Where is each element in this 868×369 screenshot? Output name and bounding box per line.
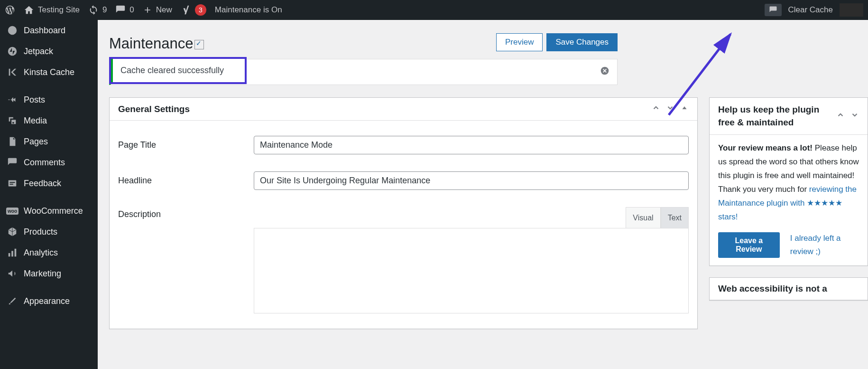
- headline-row: Headline: [118, 163, 689, 199]
- move-down-icon[interactable]: [850, 111, 859, 122]
- sidebar-divider: [0, 194, 98, 200]
- postbox-controls: [652, 104, 689, 114]
- right-column: Help us keep the plugin free & maintaine…: [709, 97, 868, 341]
- admin-sidebar: Dashboard Jetpack Kinsta Cache Posts Med…: [0, 20, 98, 369]
- kinsta-icon: [7, 66, 18, 78]
- clear-cache-link[interactable]: Clear Cache: [788, 5, 833, 15]
- enabled-checkbox[interactable]: [194, 40, 204, 49]
- woo-icon: woo: [7, 205, 18, 217]
- sidebar-marketing[interactable]: Marketing: [0, 263, 98, 284]
- sidebar-label: WooCommerce: [24, 206, 83, 216]
- dismiss-notice-icon[interactable]: [600, 66, 609, 78]
- admin-bar-right: Clear Cache: [765, 3, 864, 17]
- maintenance-link[interactable]: Maintenance is On: [215, 5, 282, 15]
- sidebar-pages[interactable]: Pages: [0, 131, 98, 152]
- sidebar-label: Pages: [24, 137, 48, 147]
- headline-input[interactable]: [254, 171, 689, 190]
- sidebar-label: Media: [24, 116, 47, 126]
- sidebar-label: Marketing: [24, 269, 61, 279]
- page-title-input[interactable]: [254, 136, 689, 154]
- site-link[interactable]: Testing Site: [24, 5, 80, 15]
- postbox-controls: [836, 111, 859, 122]
- visual-tab[interactable]: Visual: [626, 207, 660, 228]
- sidebar-kinsta[interactable]: Kinsta Cache: [0, 62, 98, 83]
- move-up-icon[interactable]: [836, 111, 845, 122]
- review-lead: Your review means a lot!: [718, 143, 813, 152]
- sidebar-label: Posts: [24, 95, 45, 105]
- move-up-icon[interactable]: [652, 104, 660, 114]
- pin-icon: [7, 94, 18, 105]
- page-title-text: Maintenance: [109, 35, 194, 52]
- sidebar-label: Feedback: [24, 179, 61, 189]
- save-button[interactable]: Save Changes: [546, 33, 618, 51]
- comment-icon: [115, 5, 126, 15]
- sidebar-analytics[interactable]: Analytics: [0, 242, 98, 263]
- already-reviewed-link[interactable]: I already left a review ;): [790, 232, 859, 259]
- review-header: Help us keep the plugin free & maintaine…: [710, 98, 868, 135]
- admin-bar: Testing Site 9 0 New 3 Maint: [0, 0, 868, 20]
- yoast-link[interactable]: 3: [181, 4, 206, 16]
- site-name: Testing Site: [38, 5, 80, 15]
- sidebar-divider: [0, 284, 98, 291]
- sidebar-appearance[interactable]: Appearance: [0, 291, 98, 312]
- review-title: Help us keep the plugin free & maintaine…: [718, 104, 836, 129]
- cache-icon-box[interactable]: [765, 4, 782, 16]
- new-link[interactable]: New: [143, 5, 172, 15]
- page-title-row: Page Title: [118, 127, 689, 163]
- jetpack-icon: [7, 46, 18, 57]
- toggle-icon[interactable]: [680, 104, 689, 114]
- comments-icon: [7, 157, 18, 168]
- analytics-icon: [7, 247, 18, 258]
- notice-wrapper: Cache cleared successfully: [109, 57, 857, 84]
- updates-count: 9: [102, 5, 107, 15]
- review-actions: Leave a Review I already left a review ;…: [718, 232, 859, 259]
- marketing-icon: [7, 268, 18, 279]
- accessibility-box: Web accessibility is not a: [709, 277, 868, 301]
- content-columns: General Settings Page Title: [109, 97, 857, 341]
- sidebar-label: Kinsta Cache: [24, 67, 74, 77]
- sidebar-label: Dashboard: [24, 26, 65, 36]
- account-box[interactable]: [840, 3, 863, 17]
- left-column: General Settings Page Title: [109, 97, 698, 341]
- sidebar-label: Jetpack: [24, 47, 53, 57]
- yoast-badge: 3: [195, 4, 206, 16]
- notice-text: Cache cleared successfully: [120, 66, 224, 76]
- comments-count: 0: [129, 5, 134, 15]
- sidebar-dashboard[interactable]: Dashboard: [0, 20, 98, 41]
- sidebar-jetpack[interactable]: Jetpack: [0, 41, 98, 62]
- sidebar-comments[interactable]: Comments: [0, 152, 98, 173]
- chat-icon: [769, 6, 777, 14]
- wordpress-icon: [5, 5, 15, 15]
- accessibility-title: Web accessibility is not a: [718, 284, 827, 294]
- sidebar-label: Comments: [24, 158, 65, 168]
- review-box: Help us keep the plugin free & maintaine…: [709, 97, 868, 266]
- updates-link[interactable]: 9: [88, 5, 107, 15]
- page-title: Maintenance: [109, 35, 204, 52]
- clear-cache-label: Clear Cache: [788, 5, 833, 15]
- wp-logo[interactable]: [5, 5, 15, 15]
- move-down-icon[interactable]: [666, 104, 674, 114]
- general-title: General Settings: [118, 104, 190, 114]
- svg-rect-5: [9, 253, 10, 256]
- sidebar-media[interactable]: Media: [0, 110, 98, 131]
- maintenance-label: Maintenance is On: [215, 5, 282, 15]
- svg-point-0: [8, 47, 17, 56]
- comments-link[interactable]: 0: [115, 5, 134, 15]
- description-editor[interactable]: [254, 228, 689, 313]
- svg-rect-7: [15, 249, 17, 257]
- sidebar-label: Analytics: [24, 248, 58, 258]
- sidebar-posts[interactable]: Posts: [0, 89, 98, 110]
- sidebar-woocommerce[interactable]: woo WooCommerce: [0, 200, 98, 221]
- leave-review-button[interactable]: Leave a Review: [718, 232, 780, 258]
- products-icon: [7, 226, 18, 237]
- editor-tabs: Visual Text: [254, 207, 689, 228]
- preview-button[interactable]: Preview: [496, 33, 543, 51]
- sidebar-products[interactable]: Products: [0, 221, 98, 242]
- text-tab[interactable]: Text: [661, 207, 689, 228]
- sidebar-label: Appearance: [24, 296, 70, 306]
- admin-bar-left: Testing Site 9 0 New 3 Maint: [5, 4, 282, 16]
- svg-rect-2: [9, 180, 17, 187]
- sidebar-label: Products: [24, 227, 57, 237]
- dashboard-icon: [7, 25, 18, 36]
- sidebar-feedback[interactable]: Feedback: [0, 173, 98, 194]
